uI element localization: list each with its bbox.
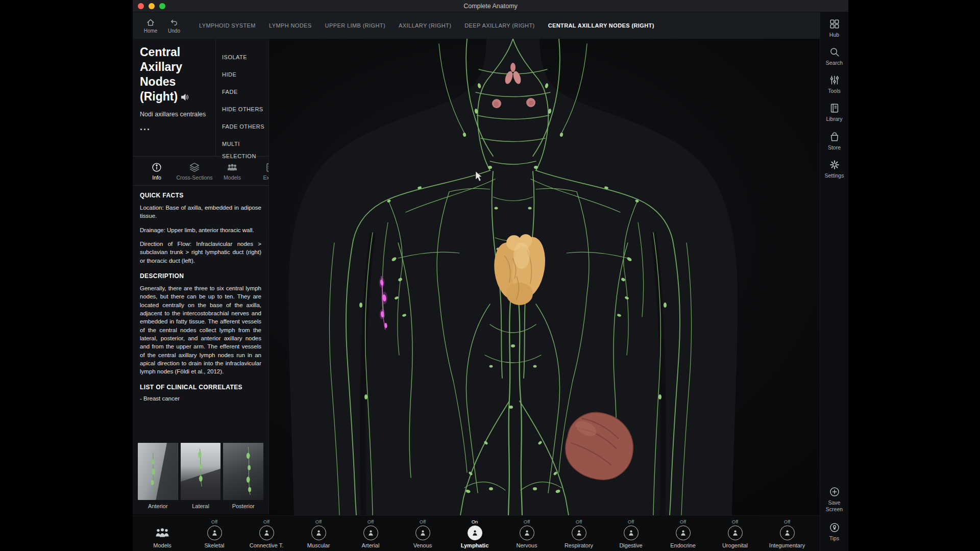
cross-sections-icon — [189, 162, 200, 173]
store-icon — [829, 131, 840, 142]
thumbnail-posterior[interactable] — [223, 443, 263, 500]
lightbulb-icon — [829, 522, 840, 533]
thumbnail-lateral-image — [181, 443, 221, 500]
menu-item-fade-others[interactable]: FADE OTHERS — [222, 120, 268, 138]
person-icon — [676, 525, 691, 540]
correlates-heading: LIST OF CLINICAL CORRELATES — [140, 384, 261, 391]
person-icon — [415, 525, 430, 540]
undo-icon — [169, 18, 179, 27]
selection-menu: ISOLATE HIDE FADE HIDE OTHERS FADE OTHER… — [215, 39, 268, 156]
minimize-button[interactable] — [149, 3, 155, 9]
systems-toolbar: Models Off Skeletal Off Connective T. Of… — [133, 515, 820, 551]
home-icon — [146, 18, 155, 27]
tips-button[interactable]: Tips — [820, 522, 848, 542]
menu-item-isolate[interactable]: ISOLATE — [222, 51, 268, 68]
models-icon — [227, 162, 238, 173]
desktop: Complete Anatomy Home Undo LYMPHOID SYST… — [0, 0, 980, 551]
description-heading: DESCRIPTION — [140, 272, 261, 280]
thumbnail-anterior-image — [138, 443, 178, 500]
more-options-button[interactable]: ... — [140, 122, 212, 133]
system-toggle-lymphatic[interactable]: On Lymphatic — [453, 519, 496, 548]
panel-tabs: Info Cross-Sections Models Exerc — [133, 156, 268, 186]
sidebar-item-search[interactable]: Search — [820, 46, 848, 66]
system-toggle-respiratory[interactable]: Off Respiratory — [557, 519, 600, 548]
top-navbar: Home Undo LYMPHOID SYSTEM LYMPH NODES UP… — [133, 12, 820, 39]
menu-item-hide-others[interactable]: HIDE OTHERS — [222, 103, 268, 120]
sidebar-item-settings[interactable]: Settings — [820, 159, 848, 179]
system-toggle-nervous[interactable]: Off Nervous — [505, 519, 548, 548]
home-button[interactable]: Home — [139, 18, 162, 34]
sidebar-item-hub[interactable]: Hub — [820, 18, 848, 38]
panel-content: QUICK FACTS Location: Base of axilla, em… — [133, 186, 268, 440]
system-toggle-muscular[interactable]: Off Muscular — [297, 519, 340, 548]
window-title: Complete Anatomy — [133, 3, 848, 10]
system-toggle-urogenital[interactable]: Off Urogenital — [714, 519, 756, 548]
structure-title-block: Central Axillary Nodes (Right) Nodi axil… — [133, 39, 215, 156]
library-icon — [829, 103, 840, 114]
menu-item-hide[interactable]: HIDE — [222, 68, 268, 86]
pronounce-button[interactable] — [181, 90, 189, 105]
person-icon — [311, 525, 326, 540]
system-toggle-endocrine[interactable]: Off Endocrine — [662, 519, 704, 548]
system-toggle-venous[interactable]: Off Venous — [401, 519, 444, 548]
close-button[interactable] — [138, 3, 144, 9]
tools-icon — [829, 74, 840, 86]
tab-exercises[interactable]: Exerc — [251, 157, 268, 185]
titlebar: Complete Anatomy — [133, 0, 848, 12]
thumbnail-label-lateral: Lateral — [181, 503, 221, 509]
thumbnail-posterior-image — [223, 443, 263, 500]
sidebar-item-tools[interactable]: Tools — [820, 74, 848, 94]
breadcrumb: LYMPHOID SYSTEM LYMPH NODES UPPER LIMB (… — [199, 22, 654, 29]
structure-title: Central Axillary Nodes (Right) — [140, 45, 212, 105]
system-toggle-connective-tissue[interactable]: Off Connective T. — [245, 519, 288, 548]
window-controls — [138, 3, 165, 9]
tab-models[interactable]: Models — [213, 157, 251, 185]
person-icon — [572, 525, 586, 540]
thumbnail-label-anterior: Anterior — [138, 503, 178, 509]
plus-icon — [829, 486, 840, 497]
app-window: Complete Anatomy Home Undo LYMPHOID SYST… — [133, 0, 848, 551]
zoom-button[interactable] — [159, 3, 165, 9]
sidebar-item-library[interactable]: Library — [820, 103, 848, 122]
person-icon — [624, 525, 639, 540]
quick-fact-drainage: Drainage: Upper limb, anterior thoracic … — [140, 226, 261, 234]
right-sidebar: Hub Search Tools Library Store Settings — [820, 12, 848, 551]
system-toggle-integumentary[interactable]: Off Integumentary — [766, 519, 808, 548]
system-toggle-arterial[interactable]: Off Arterial — [349, 519, 392, 548]
person-icon — [468, 525, 482, 540]
breadcrumb-lymphoid-system[interactable]: LYMPHOID SYSTEM — [199, 22, 256, 29]
correlate-item: - Breast cancer — [140, 395, 261, 402]
undo-button[interactable]: Undo — [162, 18, 186, 34]
person-icon — [363, 525, 378, 540]
quick-fact-flow: Direction of Flow: Infraclavicular nodes… — [140, 240, 261, 265]
hub-icon — [829, 18, 840, 30]
menu-item-fade[interactable]: FADE — [222, 86, 268, 103]
breadcrumb-central-axillary-nodes-right[interactable]: CENTRAL AXILLARY NODES (RIGHT) — [548, 22, 654, 29]
models-button[interactable]: Models — [141, 519, 184, 548]
thumbnail-anterior[interactable] — [138, 443, 178, 500]
person-icon — [780, 525, 795, 540]
person-icon — [728, 525, 743, 540]
view-thumbnails: Anterior Lateral Posterior — [133, 440, 268, 514]
sidebar-item-store[interactable]: Store — [820, 131, 848, 151]
breadcrumb-lymph-nodes[interactable]: LYMPH NODES — [269, 22, 312, 29]
menu-item-multi-selection[interactable]: MULTI SELECTION — [222, 138, 268, 155]
thumbnail-lateral[interactable] — [181, 443, 221, 500]
person-icon — [207, 525, 222, 540]
models-people-icon — [154, 525, 170, 540]
breadcrumb-deep-axillary-right[interactable]: DEEP AXILLARY (RIGHT) — [464, 22, 534, 29]
person-icon — [520, 525, 534, 540]
system-toggle-digestive[interactable]: Off Digestive — [609, 519, 652, 548]
exercises-icon — [264, 162, 268, 173]
quick-facts-heading: QUICK FACTS — [140, 192, 261, 199]
info-panel: Central Axillary Nodes (Right) Nodi axil… — [133, 39, 269, 514]
tab-info[interactable]: Info — [138, 157, 176, 185]
tab-cross-sections[interactable]: Cross-Sections — [176, 157, 213, 185]
system-toggle-skeletal[interactable]: Off Skeletal — [193, 519, 236, 548]
breadcrumb-upper-limb-right[interactable]: UPPER LIMB (RIGHT) — [325, 22, 385, 29]
breadcrumb-axillary-right[interactable]: AXILLARY (RIGHT) — [399, 22, 451, 29]
save-screen-button[interactable]: Save Screen — [820, 486, 848, 513]
home-label: Home — [144, 28, 158, 34]
info-icon — [151, 162, 162, 173]
person-icon — [259, 525, 274, 540]
